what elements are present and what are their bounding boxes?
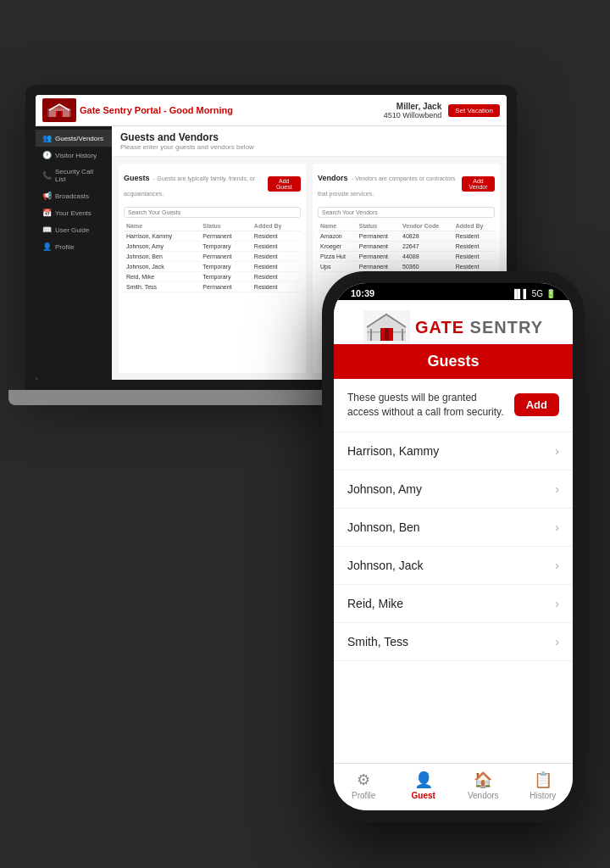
sidebar-item-guests-vendors[interactable]: 👥 Guests/Vendors: [36, 130, 112, 147]
phone-guest-item[interactable]: Smith, Tess›: [334, 623, 573, 661]
guests-table-row[interactable]: Harrison, KammyPermanentResident: [124, 231, 301, 242]
phone-status-bar: 10:39 ▐▌▌ 5G 🔋: [334, 283, 573, 300]
svg-rect-5: [385, 328, 389, 341]
phone-nav-guest[interactable]: 👤 Guest: [394, 771, 454, 800]
guests-col-added: Added By: [252, 221, 301, 231]
add-vendor-button[interactable]: Add Vendor: [462, 176, 495, 192]
phone-guest-item[interactable]: Johnson, Amy›: [334, 470, 573, 509]
vendor-added-by: Resident: [453, 262, 495, 272]
laptop-logo-area: Gate Sentry Portal - Good Morning: [42, 98, 233, 122]
guests-panel-title: Guests: [124, 174, 150, 182]
vendor-status: Permanent: [357, 252, 400, 262]
chevron-right-icon: ›: [555, 444, 559, 458]
vendors-col-added: Added By: [453, 221, 495, 231]
phone-guest-item[interactable]: Johnson, Jack›: [334, 547, 573, 585]
vendor-name: Kroeger: [318, 242, 357, 252]
phone-guest-name: Harrison, Kammy: [347, 444, 439, 458]
guests-col-name: Name: [124, 221, 200, 231]
guest-status: Temporary: [200, 262, 252, 272]
sidebar-item-your-events[interactable]: 📅 Your Events: [36, 204, 112, 221]
vendors-col-code: Vendor Code: [400, 221, 453, 231]
history-nav-label: History: [530, 791, 556, 800]
guests-panel: Guests - Guests are typically family, fr…: [119, 164, 306, 373]
battery-icon: 🔋: [546, 289, 556, 298]
add-guest-button[interactable]: Add Guest: [268, 176, 301, 192]
sidebar-item-user-guide[interactable]: 📖 User Guide: [36, 221, 112, 238]
guest-search-input[interactable]: [124, 207, 301, 218]
vendor-code: 40828: [400, 231, 453, 242]
guest-added-by: Resident: [252, 231, 301, 242]
phone-nav-vendors[interactable]: 🏠 Vendors: [453, 771, 513, 800]
vendors-nav-icon: 🏠: [474, 771, 492, 789]
phone-guest-item[interactable]: Harrison, Kammy›: [334, 432, 573, 470]
vendor-added-by: Resident: [453, 252, 495, 262]
sidebar-label-visitor-history: Visitor History: [55, 152, 97, 159]
guest-name: Harrison, Kammy: [124, 231, 200, 242]
sidebar-label-broadcasts: Broadcasts: [55, 192, 89, 200]
vendor-status: Permanent: [357, 262, 400, 272]
guest-added-by: Resident: [252, 272, 301, 282]
svg-rect-2: [58, 111, 61, 117]
guest-status: Permanent: [200, 282, 252, 292]
phone-header-bar: Guests: [334, 344, 573, 379]
vendors-panel-title-area: Vendors - Vendors are companies or contr…: [318, 169, 462, 199]
chevron-right-icon: ›: [555, 597, 559, 610]
phone-nav-history[interactable]: 📋 History: [513, 771, 574, 800]
phone-nav-profile[interactable]: ⚙ Profile: [334, 771, 394, 800]
phone-guest-name: Johnson, Ben: [347, 520, 420, 534]
sentry-text: SENTRY: [464, 318, 543, 337]
phone-gate-logo: GATE SENTRY: [363, 310, 543, 344]
phone-time: 10:39: [351, 288, 374, 298]
set-vacation-button[interactable]: Set Vacation: [448, 104, 500, 117]
svg-rect-7: [393, 331, 406, 333]
vendors-table-row[interactable]: KroegerPermanent22647Resident: [318, 242, 495, 252]
guest-name: Johnson, Amy: [124, 242, 200, 252]
sidebar-label-profile: Profile: [55, 243, 75, 251]
vendors-panel-title: Vendors: [318, 174, 348, 182]
guests-table-row[interactable]: Smith, TessPermanentResident: [124, 282, 301, 292]
guest-added-by: Resident: [252, 282, 301, 292]
profile-nav-label: Profile: [352, 791, 375, 800]
user-guide-icon: 📖: [42, 225, 52, 234]
vendor-name: Pizza Hut: [318, 252, 357, 262]
laptop-main-header: Guests and Vendors Please enter your gue…: [112, 126, 507, 157]
laptop-user-info: Miller, Jack 4510 Willowbend: [384, 102, 442, 120]
guest-name: Johnson, Jack: [124, 262, 200, 272]
visitor-history-icon: 🕐: [42, 151, 52, 159]
phone-logo-text: GATE SENTRY: [415, 318, 543, 337]
sidebar-item-profile[interactable]: 👤 Profile: [36, 238, 112, 255]
svg-rect-6: [367, 331, 380, 333]
svg-rect-9: [402, 329, 403, 341]
sidebar-item-security-call[interactable]: 📞 Security Call List: [36, 164, 112, 187]
guests-table-row[interactable]: Reid, MikeTemporaryResident: [124, 272, 301, 282]
laptop-user-address: 4510 Willowbend: [384, 111, 442, 120]
vendors-table-row[interactable]: AmazonPermanent40828Resident: [318, 231, 495, 242]
phone-guest-item[interactable]: Reid, Mike›: [334, 585, 573, 623]
guests-panel-title-area: Guests - Guests are typically family, fr…: [124, 169, 268, 199]
phone-guest-name: Johnson, Jack: [347, 559, 424, 572]
sidebar-item-visitor-history[interactable]: 🕐 Visitor History: [36, 147, 112, 164]
phone-add-button[interactable]: Add: [514, 393, 559, 416]
guest-status: Permanent: [200, 231, 252, 242]
phone-guest-item[interactable]: Johnson, Ben›: [334, 509, 573, 547]
guest-nav-icon: 👤: [414, 771, 433, 789]
guests-panel-header: Guests - Guests are typically family, fr…: [124, 169, 301, 199]
security-call-icon: 📞: [42, 171, 52, 180]
vendor-code: 50360: [400, 262, 453, 272]
guests-table-row[interactable]: Johnson, BenPermanentResident: [124, 252, 301, 262]
signal-bars-icon: ▐▌▌: [511, 289, 529, 298]
phone: 10:39 ▐▌▌ 5G 🔋: [322, 271, 585, 822]
guests-table-row[interactable]: Johnson, JackTemporaryResident: [124, 262, 301, 272]
vendors-table-row[interactable]: UpsPermanent50360Resident: [318, 262, 495, 272]
vendor-code: 22647: [400, 242, 453, 252]
sidebar-item-broadcasts[interactable]: 📢 Broadcasts: [36, 187, 112, 204]
laptop-sidebar: 👥 Guests/Vendors 🕐 Visitor History 📞 Sec…: [36, 126, 112, 380]
vendor-search-input[interactable]: [318, 207, 495, 218]
vendors-table-row[interactable]: Pizza HutPermanent44088Resident: [318, 252, 495, 262]
laptop-topbar: Gate Sentry Portal - Good Morning Miller…: [36, 95, 507, 126]
phone-guest-list: Harrison, Kammy›Johnson, Amy›Johnson, Be…: [334, 432, 573, 763]
vendor-added-by: Resident: [453, 231, 495, 242]
vendor-code: 44088: [400, 252, 453, 262]
guests-table-row[interactable]: Johnson, AmyTemporaryResident: [124, 242, 301, 252]
profile-nav-icon: ⚙: [357, 771, 370, 789]
